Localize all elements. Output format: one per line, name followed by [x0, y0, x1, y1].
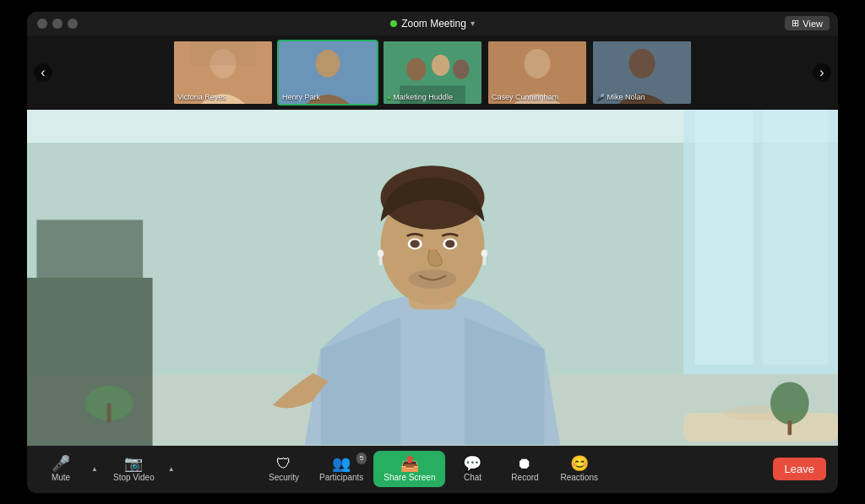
record-label: Record — [511, 473, 538, 482]
share-screen-icon: 📤 — [400, 456, 419, 471]
thumbnail-strip: ‹ Victoria Reyes — [27, 35, 838, 110]
next-arrow[interactable]: › — [813, 63, 831, 82]
mute-button[interactable]: 🎤 Mute — [35, 453, 86, 485]
thumbnail-henry[interactable]: Henry Park — [277, 40, 378, 106]
main-video — [27, 110, 838, 446]
svg-point-38 — [445, 241, 454, 248]
traffic-lights — [37, 19, 78, 29]
mute-chevron-icon: ▲ — [91, 465, 98, 473]
video-chevron-icon: ▲ — [168, 465, 175, 473]
participants-button[interactable]: 👥 5 Participants — [311, 453, 372, 485]
stop-video-label: Stop Video — [113, 473, 155, 482]
thumbnail-marketing[interactable]: ● Marketing Huddle — [382, 40, 483, 106]
video-camera-icon: 📷 — [124, 456, 143, 471]
app-window: Zoom Meeting ▾ ⊞ View ‹ Victoria Reyes — [27, 12, 838, 493]
thumbnails-row: Victoria Reyes Henry Park — [172, 40, 693, 106]
svg-rect-43 — [483, 256, 487, 265]
mike-label: 🎤 Mike Nolan — [596, 93, 645, 101]
svg-point-36 — [411, 241, 420, 248]
security-button[interactable]: 🛡 Security — [258, 453, 309, 485]
security-label: Security — [269, 473, 299, 482]
participant-count-badge: 5 — [356, 453, 367, 464]
mute-group: 🎤 Mute ▲ — [35, 453, 101, 485]
svg-point-4 — [316, 49, 340, 77]
thumbnail-victoria[interactable]: Victoria Reyes — [172, 40, 274, 106]
henry-label: Henry Park — [282, 93, 320, 101]
security-icon: 🛡 — [276, 456, 291, 471]
svg-rect-2 — [190, 41, 255, 65]
stop-video-button[interactable]: 📷 Stop Video — [105, 453, 163, 485]
svg-point-39 — [409, 270, 457, 290]
video-group: 📷 Stop Video ▲ — [105, 453, 178, 485]
thumbnail-mike[interactable]: 🎤 Mike Nolan — [591, 40, 693, 106]
svg-point-7 — [432, 54, 449, 75]
record-button[interactable]: ⏺ Record — [499, 453, 550, 485]
participants-label: Participants — [319, 473, 363, 482]
reactions-button[interactable]: 😊 Reactions — [552, 453, 606, 485]
microphone-icon: 🎤 — [52, 456, 70, 471]
chat-label: Chat — [464, 473, 481, 482]
toolbar-center: 🛡 Security 👥 5 Participants 📤 Share Scre… — [258, 451, 607, 487]
connection-indicator — [390, 20, 397, 27]
video-caret-button[interactable]: ▲ — [165, 462, 178, 476]
view-label: View — [802, 19, 823, 29]
leave-button[interactable]: Leave — [773, 458, 826, 480]
svg-point-8 — [453, 59, 469, 79]
svg-point-6 — [406, 57, 426, 80]
share-screen-button[interactable]: 📤 Share Screen — [373, 451, 445, 487]
svg-point-11 — [525, 48, 551, 78]
meeting-title-text: Zoom Meeting — [401, 18, 466, 30]
svg-point-13 — [629, 48, 656, 78]
record-icon: ⏺ — [517, 456, 532, 471]
maximize-button[interactable] — [68, 19, 78, 29]
reactions-label: Reactions — [560, 473, 597, 482]
casey-label: Casey Cunningham — [492, 93, 558, 101]
toolbar-left: 🎤 Mute ▲ 📷 Stop Video ▲ — [35, 453, 178, 485]
meeting-title[interactable]: Zoom Meeting ▾ — [390, 18, 475, 30]
close-button[interactable] — [37, 19, 47, 29]
marketing-label: ● Marketing Huddle — [387, 93, 453, 101]
participants-icon: 👥 — [332, 456, 351, 471]
view-icon: ⊞ — [792, 18, 799, 29]
mute-caret-button[interactable]: ▲ — [88, 462, 101, 476]
minimize-button[interactable] — [52, 19, 63, 29]
chat-button[interactable]: 💬 Chat — [447, 453, 498, 485]
mute-label: Mute — [52, 473, 70, 482]
chat-icon: 💬 — [463, 456, 481, 471]
chevron-down-icon: ▾ — [471, 19, 475, 28]
toolbar: 🎤 Mute ▲ 📷 Stop Video ▲ 🛡 — [27, 446, 838, 493]
thumbnail-casey[interactable]: Casey Cunningham — [487, 40, 588, 106]
victoria-label: Victoria Reyes — [177, 93, 226, 101]
title-bar: Zoom Meeting ▾ ⊞ View — [27, 12, 838, 35]
main-speaker — [230, 126, 635, 445]
svg-rect-41 — [379, 256, 383, 265]
prev-arrow[interactable]: ‹ — [34, 63, 52, 82]
share-screen-label: Share Screen — [384, 473, 435, 482]
reactions-icon: 😊 — [570, 456, 589, 471]
view-button[interactable]: ⊞ View — [785, 16, 830, 30]
